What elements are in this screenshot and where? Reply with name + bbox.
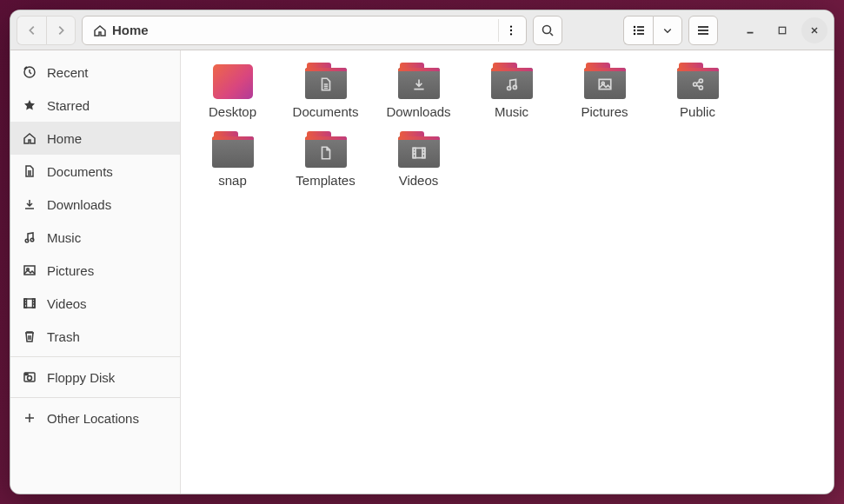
back-button[interactable] bbox=[17, 16, 46, 45]
sidebar: RecentStarredHomeDocumentsDownloadsMusic… bbox=[10, 50, 181, 494]
folder-icon bbox=[584, 63, 626, 99]
chevron-right-icon bbox=[55, 24, 67, 36]
svg-point-39 bbox=[693, 83, 696, 86]
sidebar-item-label: Downloads bbox=[47, 197, 111, 212]
sidebar-item-starred[interactable]: Starred bbox=[10, 89, 180, 122]
desktop-icon bbox=[213, 64, 253, 99]
item-label: Pictures bbox=[581, 104, 628, 119]
floppy-icon bbox=[23, 370, 37, 384]
sidebar-item-floppy-disk[interactable]: Floppy Disk bbox=[10, 361, 180, 394]
item-label: Desktop bbox=[209, 104, 256, 119]
sidebar-item-home[interactable]: Home bbox=[10, 122, 180, 155]
maximize-button[interactable] bbox=[769, 17, 795, 43]
svg-point-1 bbox=[509, 29, 511, 30]
folder-item-videos[interactable]: Videos bbox=[372, 128, 465, 191]
svg-line-4 bbox=[550, 33, 553, 36]
list-icon bbox=[632, 23, 646, 37]
view-options-button[interactable] bbox=[653, 16, 682, 45]
download-icon bbox=[23, 197, 37, 211]
close-icon bbox=[809, 25, 820, 36]
sidebar-item-trash[interactable]: Trash bbox=[10, 320, 180, 353]
plus-icon bbox=[23, 411, 37, 425]
item-label: snap bbox=[218, 173, 247, 188]
forward-button[interactable] bbox=[46, 16, 76, 45]
sidebar-separator bbox=[10, 356, 180, 357]
svg-rect-24 bbox=[24, 299, 27, 308]
item-label: Documents bbox=[293, 104, 359, 119]
svg-point-2 bbox=[509, 33, 511, 35]
content-area[interactable]: DesktopDocumentsDownloadsMusicPicturesPu… bbox=[181, 50, 834, 494]
folder-item-snap[interactable]: snap bbox=[186, 128, 279, 191]
sidebar-item-label: Pictures bbox=[47, 263, 94, 278]
svg-rect-37 bbox=[599, 79, 611, 89]
folder-item-desktop[interactable]: Desktop bbox=[186, 59, 279, 123]
svg-line-43 bbox=[696, 85, 699, 87]
nav-buttons bbox=[17, 16, 76, 45]
trash-icon bbox=[23, 329, 37, 343]
sidebar-item-label: Floppy Disk bbox=[47, 370, 115, 385]
sidebar-separator bbox=[10, 397, 180, 398]
svg-point-0 bbox=[509, 25, 511, 27]
svg-point-31 bbox=[28, 376, 32, 381]
folder-item-music[interactable]: Music bbox=[465, 59, 558, 123]
search-icon bbox=[541, 23, 555, 37]
folder-item-public[interactable]: Public bbox=[651, 59, 744, 123]
sidebar-item-label: Starred bbox=[47, 98, 90, 113]
folder-item-downloads[interactable]: Downloads bbox=[372, 59, 465, 123]
svg-point-3 bbox=[543, 25, 551, 33]
sidebar-item-recent[interactable]: Recent bbox=[10, 56, 180, 89]
item-label: Videos bbox=[399, 173, 439, 188]
folder-item-pictures[interactable]: Pictures bbox=[558, 59, 651, 123]
folder-item-documents[interactable]: Documents bbox=[279, 59, 372, 123]
header-bar: Home bbox=[10, 10, 834, 50]
svg-point-5 bbox=[633, 25, 635, 27]
svg-rect-21 bbox=[24, 266, 35, 275]
item-label: Music bbox=[495, 104, 528, 119]
folder-icon bbox=[398, 131, 440, 168]
svg-rect-45 bbox=[413, 148, 415, 157]
folder-item-templates[interactable]: Templates bbox=[279, 128, 372, 191]
item-label: Public bbox=[680, 104, 715, 119]
body: RecentStarredHomeDocumentsDownloadsMusic… bbox=[10, 50, 834, 494]
sidebar-item-documents[interactable]: Documents bbox=[10, 155, 180, 188]
sidebar-item-label: Music bbox=[47, 230, 81, 245]
minimize-button[interactable] bbox=[737, 17, 763, 43]
svg-rect-15 bbox=[779, 27, 786, 34]
path-label: Home bbox=[112, 23, 149, 37]
hamburger-menu-button[interactable] bbox=[688, 16, 718, 45]
sidebar-item-label: Videos bbox=[47, 296, 87, 311]
svg-point-19 bbox=[25, 239, 29, 242]
folder-icon bbox=[212, 131, 254, 168]
path-segment-home[interactable]: Home bbox=[86, 19, 156, 41]
doc-icon bbox=[23, 164, 37, 178]
sidebar-item-videos[interactable]: Videos bbox=[10, 287, 180, 320]
sidebar-item-music[interactable]: Music bbox=[10, 221, 180, 254]
sidebar-item-label: Home bbox=[47, 131, 82, 146]
svg-rect-46 bbox=[422, 148, 424, 157]
search-button[interactable] bbox=[533, 16, 562, 45]
svg-point-20 bbox=[30, 238, 34, 242]
sidebar-item-pictures[interactable]: Pictures bbox=[10, 254, 180, 287]
sidebar-item-label: Recent bbox=[47, 65, 89, 80]
sidebar-item-other-locations[interactable]: Other Locations bbox=[10, 401, 180, 434]
view-switcher bbox=[623, 16, 682, 45]
svg-line-42 bbox=[696, 82, 699, 83]
close-button[interactable] bbox=[801, 17, 827, 43]
svg-point-7 bbox=[633, 32, 635, 34]
list-view-button[interactable] bbox=[623, 16, 653, 45]
svg-rect-25 bbox=[33, 299, 36, 308]
sidebar-item-label: Other Locations bbox=[47, 411, 139, 426]
item-label: Templates bbox=[296, 173, 355, 188]
svg-point-35 bbox=[507, 86, 510, 90]
path-menu-button[interactable] bbox=[498, 19, 522, 42]
recent-icon bbox=[23, 65, 37, 79]
sidebar-item-downloads[interactable]: Downloads bbox=[10, 188, 180, 221]
chevron-left-icon bbox=[26, 24, 38, 36]
chevron-down-icon bbox=[662, 25, 673, 36]
path-bar[interactable]: Home bbox=[82, 16, 527, 45]
svg-point-36 bbox=[513, 85, 516, 89]
hamburger-icon bbox=[696, 23, 710, 37]
svg-point-6 bbox=[633, 29, 635, 30]
home-icon bbox=[23, 131, 37, 145]
music-icon bbox=[23, 230, 37, 244]
